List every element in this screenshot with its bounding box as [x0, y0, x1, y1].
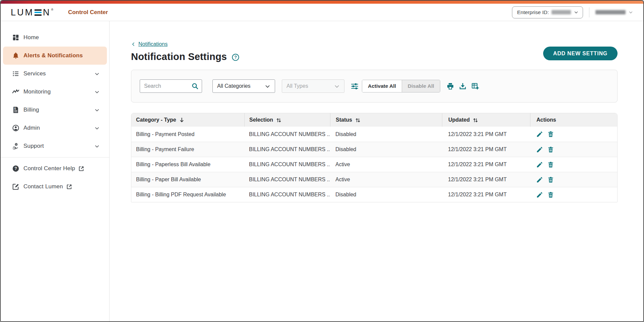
- user-menu[interactable]: [595, 10, 635, 15]
- sidebar-item-label: Contact Lumen: [23, 183, 63, 190]
- compose-icon: [12, 183, 19, 191]
- download-icon[interactable]: [459, 82, 467, 90]
- enterprise-id-value-redacted: [552, 10, 571, 14]
- sidebar-item-contact-lumen[interactable]: Contact Lumen: [1, 178, 109, 196]
- table-settings-icon[interactable]: [471, 82, 479, 90]
- sidebar-item-billing[interactable]: $ Billing: [1, 101, 109, 119]
- edit-pencil-icon[interactable]: [536, 176, 543, 183]
- sidebar-item-label: Home: [23, 34, 39, 41]
- search-box: [140, 79, 202, 93]
- table-row: Billing - Paper Bill Available BILLING A…: [131, 172, 617, 187]
- sort-both-icon[interactable]: [473, 118, 478, 123]
- delete-trash-icon[interactable]: [547, 191, 554, 198]
- cell-category-type: Billing - Payment Posted: [131, 131, 244, 137]
- sidebar-item-label: Services: [23, 70, 46, 77]
- sort-both-icon[interactable]: [355, 118, 361, 123]
- cell-selection: BILLING ACCOUNT NUMBERS ...: [244, 131, 330, 137]
- cell-updated: 12/1/2022 3:21 PM GMT: [442, 177, 530, 183]
- cell-updated: 12/1/2022 3:21 PM GMT: [442, 162, 530, 168]
- printer-icon[interactable]: [446, 82, 454, 90]
- cell-selection: BILLING ACCOUNT NUMBERS ...: [244, 177, 330, 183]
- header-right: Enterprise ID:: [512, 6, 635, 18]
- category-select[interactable]: All Categories: [212, 79, 275, 93]
- chevron-down-icon: [264, 83, 271, 89]
- chevron-down-icon: [334, 83, 340, 89]
- sidebar-item-label: Monitoring: [23, 88, 51, 95]
- enterprise-id-label: Enterprise ID:: [517, 9, 549, 15]
- cell-actions: [530, 161, 617, 168]
- table-body: Billing - Payment Posted BILLING ACCOUNT…: [131, 127, 617, 202]
- cell-actions: [530, 176, 617, 183]
- header-divider: [589, 7, 589, 17]
- sidebar: Home Alerts & Notifications Services: [1, 21, 110, 322]
- column-header-actions: Actions: [530, 113, 617, 127]
- sidebar-item-services[interactable]: Services: [1, 65, 109, 83]
- cell-status: Active: [330, 177, 442, 183]
- delete-trash-icon[interactable]: [547, 161, 554, 168]
- column-header-updated[interactable]: Updated: [442, 113, 530, 127]
- column-header-category-type[interactable]: Category - Type: [131, 113, 244, 127]
- sliders-icon[interactable]: [350, 82, 359, 90]
- sidebar-item-alerts-notifications[interactable]: Alerts & Notifications: [3, 47, 107, 65]
- chevron-left-icon: [131, 42, 136, 47]
- table-row: Billing - Paperless Bill Available BILLI…: [131, 157, 617, 172]
- chevron-down-icon: [94, 125, 100, 131]
- cell-category-type: Billing - Paper Bill Available: [131, 177, 244, 183]
- edit-pencil-icon[interactable]: [536, 161, 543, 168]
- lumen-logo[interactable]: LUM N ®: [11, 7, 53, 17]
- breadcrumb-notifications[interactable]: Notifications: [131, 41, 168, 47]
- sidebar-item-label: Support: [23, 143, 44, 149]
- edit-pencil-icon[interactable]: [536, 191, 543, 198]
- sidebar-item-label: Alerts & Notifications: [23, 52, 83, 59]
- line-chart-icon: [12, 88, 19, 96]
- cell-actions: [530, 146, 617, 153]
- sidebar-item-control-center-help[interactable]: ? Control Center Help: [1, 159, 109, 178]
- chevron-down-icon: [94, 89, 100, 95]
- brand-stripe: [1, 1, 643, 4]
- cell-selection: BILLING ACCOUNT NUMBERS ...: [244, 162, 330, 168]
- edit-pencil-icon[interactable]: [536, 146, 543, 153]
- sidebar-item-admin[interactable]: Admin: [1, 119, 109, 137]
- logo-text-suffix: N: [43, 7, 51, 17]
- sort-descending-icon[interactable]: [179, 117, 184, 123]
- app-header: LUM N ® Control Center Enterprise ID:: [1, 4, 643, 21]
- activate-all-button[interactable]: Activate All: [362, 80, 402, 92]
- delete-trash-icon[interactable]: [547, 131, 554, 138]
- disable-all-button[interactable]: Disable All: [402, 80, 440, 92]
- add-new-setting-button[interactable]: ADD NEW SETTING: [543, 47, 618, 60]
- chevron-down-icon: [574, 10, 579, 15]
- edit-pencil-icon[interactable]: [536, 131, 543, 138]
- sidebar-item-label: Control Center Help: [23, 165, 75, 172]
- breadcrumb-label: Notifications: [138, 41, 168, 47]
- cell-status: Disabled: [330, 192, 442, 198]
- chevron-down-icon: [628, 10, 633, 15]
- type-select-value: All Types: [286, 83, 308, 89]
- notification-settings-table: Category - Type Selection: [131, 113, 618, 202]
- invoice-icon: $: [12, 106, 19, 114]
- type-select: All Types: [282, 79, 344, 93]
- table-row: Billing - Payment Posted BILLING ACCOUNT…: [131, 127, 617, 142]
- table-row: Billing - Payment Failure BILLING ACCOUN…: [131, 142, 617, 157]
- external-link-icon: [66, 184, 72, 190]
- cell-updated: 12/1/2022 3:21 PM GMT: [442, 146, 530, 152]
- enterprise-id-select[interactable]: Enterprise ID:: [512, 6, 583, 18]
- bell-icon: [12, 52, 19, 60]
- cell-status: Disabled: [330, 131, 442, 137]
- cell-updated: 12/1/2022 3:21 PM GMT: [442, 131, 530, 137]
- svg-text:$: $: [14, 107, 16, 110]
- column-header-selection[interactable]: Selection: [244, 113, 330, 127]
- delete-trash-icon[interactable]: [547, 146, 554, 153]
- column-header-status[interactable]: Status: [330, 113, 442, 127]
- sidebar-item-support[interactable]: Support: [1, 137, 109, 155]
- search-icon[interactable]: [191, 82, 199, 90]
- registered-mark: ®: [51, 8, 54, 11]
- page-help-icon[interactable]: ?: [232, 53, 240, 61]
- dashboard-icon: [12, 34, 19, 42]
- sidebar-item-monitoring[interactable]: Monitoring: [1, 83, 109, 101]
- list-icon: [12, 70, 19, 78]
- app-window: LUM N ® Control Center Enterprise ID:: [0, 0, 644, 322]
- delete-trash-icon[interactable]: [547, 176, 554, 183]
- sidebar-item-home[interactable]: Home: [1, 28, 109, 47]
- external-link-icon: [78, 166, 84, 172]
- sort-both-icon[interactable]: [276, 118, 281, 123]
